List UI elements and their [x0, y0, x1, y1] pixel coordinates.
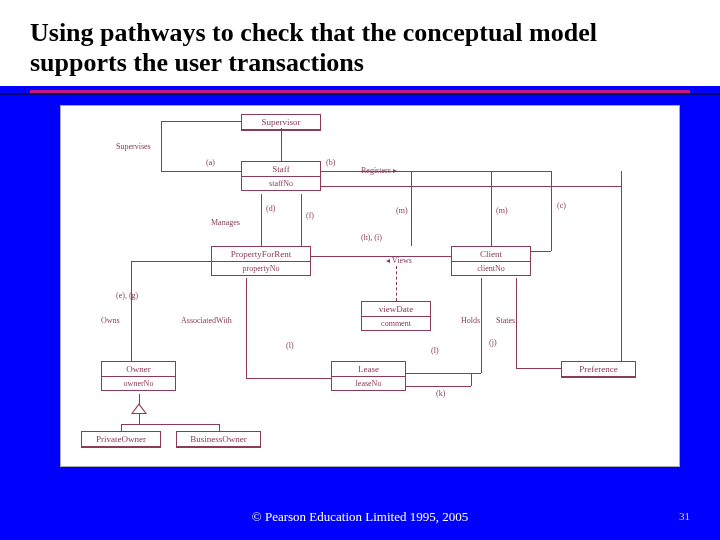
line: [161, 121, 162, 171]
label-l2: (l): [431, 346, 439, 355]
label-c: (c): [557, 201, 566, 210]
er-diagram: Supervisor Staff staffNo PropertyForRent…: [60, 105, 680, 467]
label-m: (m): [396, 206, 408, 215]
line: [121, 424, 122, 431]
label-eg: (e), (g): [116, 291, 138, 300]
entity-lease-name: Lease: [332, 362, 405, 377]
line: [219, 424, 220, 431]
entity-privateowner-name: PrivateOwner: [82, 432, 160, 447]
entity-lease: Lease leaseNo: [331, 361, 406, 391]
entity-privateowner: PrivateOwner: [81, 431, 161, 448]
entity-businessowner-name: BusinessOwner: [177, 432, 260, 447]
label-states: States: [496, 316, 515, 325]
line: [161, 171, 241, 172]
line: [161, 121, 241, 122]
entity-owner-attr: ownerNo: [102, 377, 175, 390]
line: [246, 278, 247, 378]
slide-title: Using pathways to check that the concept…: [30, 18, 690, 78]
entity-owner-name: Owner: [102, 362, 175, 377]
line-dashed: [396, 266, 397, 301]
label-m2: (m): [496, 206, 508, 215]
label-supervises: Supervises: [116, 142, 151, 151]
line: [261, 194, 262, 246]
line: [491, 171, 492, 246]
label-j: (j): [489, 338, 497, 347]
entity-staff-name: Staff: [242, 162, 320, 177]
label-registers: Registers ▸: [361, 166, 397, 175]
label-l: (l): [286, 341, 294, 350]
line: [131, 261, 132, 361]
title-underline-dark: [0, 93, 720, 95]
label-holds: Holds: [461, 316, 480, 325]
entity-businessowner: BusinessOwner: [176, 431, 261, 448]
entity-client: Client clientNo: [451, 246, 531, 276]
line: [311, 256, 451, 257]
line: [131, 261, 211, 262]
inheritance-triangle: [131, 403, 147, 414]
line: [121, 424, 219, 425]
entity-viewdate-name: viewDate: [362, 302, 430, 317]
line: [411, 171, 412, 246]
page-number: 31: [679, 510, 690, 522]
line: [551, 171, 552, 251]
line: [516, 278, 517, 368]
label-manages: Manages: [211, 218, 240, 227]
label-d: (d): [266, 204, 275, 213]
line: [516, 368, 561, 369]
line: [246, 378, 331, 379]
entity-property-name: PropertyForRent: [212, 247, 310, 262]
label-k: (k): [436, 389, 445, 398]
entity-staff: Staff staffNo: [241, 161, 321, 191]
line: [531, 251, 551, 252]
label-a: (a): [206, 158, 215, 167]
label-f: (f): [306, 211, 314, 220]
entity-property-attr: propertyNo: [212, 262, 310, 275]
line: [406, 386, 471, 387]
label-hi: (h), (i): [361, 233, 382, 242]
label-b: (b): [326, 158, 335, 167]
label-owns: Owns: [101, 316, 120, 325]
line: [621, 171, 622, 361]
line: [321, 186, 621, 187]
line: [281, 128, 282, 161]
entity-property: PropertyForRent propertyNo: [211, 246, 311, 276]
label-views: ◂ Views: [386, 256, 412, 265]
line: [471, 373, 472, 386]
line: [621, 171, 622, 186]
line: [301, 194, 302, 246]
line: [481, 278, 482, 373]
entity-client-name: Client: [452, 247, 530, 262]
label-assoc: AssociatedWith: [181, 316, 232, 325]
entity-preference-name: Preference: [562, 362, 635, 377]
entity-staff-attr: staffNo: [242, 177, 320, 190]
footer-copyright: © Pearson Education Limited 1995, 2005: [0, 509, 720, 525]
entity-owner: Owner ownerNo: [101, 361, 176, 391]
entity-viewdate: viewDate comment: [361, 301, 431, 331]
entity-client-attr: clientNo: [452, 262, 530, 275]
entity-lease-attr: leaseNo: [332, 377, 405, 390]
entity-preference: Preference: [561, 361, 636, 378]
line: [406, 373, 481, 374]
line: [321, 171, 551, 172]
entity-viewdate-attr: comment: [362, 317, 430, 330]
line: [139, 414, 140, 424]
